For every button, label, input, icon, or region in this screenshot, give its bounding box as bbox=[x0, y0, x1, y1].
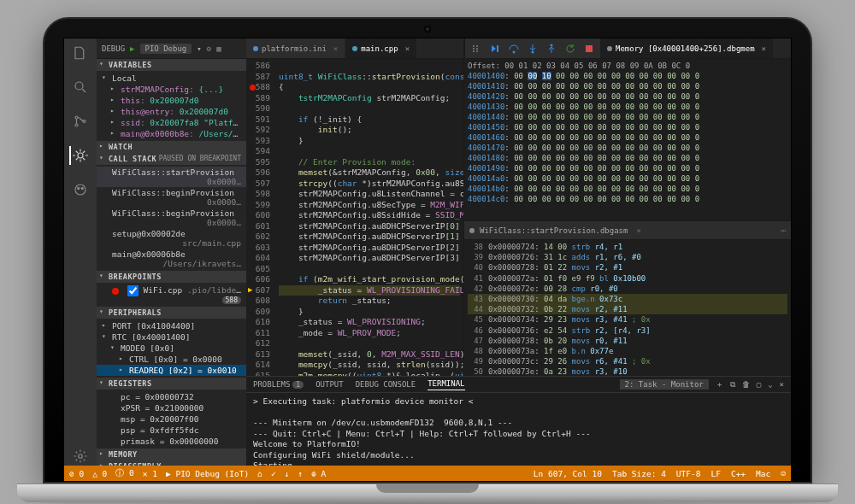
toggle-panel-button[interactable]: ⌄ bbox=[768, 380, 772, 389]
svg-point-14 bbox=[476, 50, 478, 52]
tab-terminal[interactable]: TERMINAL bbox=[428, 379, 464, 390]
section-peripherals[interactable]: PERIPHERALS bbox=[97, 307, 246, 319]
bp-checkbox[interactable] bbox=[127, 285, 139, 296]
breakpoint-row[interactable]: WiFi.cpp .pio/libdeps/WiF… 588 bbox=[97, 284, 246, 305]
statusbar-item[interactable]: C++ bbox=[731, 469, 746, 478]
more-icon[interactable]: ⋯ bbox=[781, 226, 786, 235]
svg-point-10 bbox=[473, 48, 475, 50]
svg-point-0 bbox=[75, 82, 83, 90]
register-row[interactable]: xPSR = 0x21000000 bbox=[97, 402, 246, 413]
statusbar-item[interactable]: Mac bbox=[756, 469, 770, 478]
register-row[interactable]: primask = 0x00000000 bbox=[97, 436, 246, 447]
register-row[interactable]: psp = 0xfdff5fdc bbox=[97, 425, 246, 436]
peripheral-row[interactable]: ▾MODE0 [0x0] bbox=[97, 343, 246, 354]
statusbar-item[interactable]: ✓ bbox=[271, 468, 276, 479]
split-terminal-button[interactable]: ⧉ bbox=[730, 380, 735, 390]
memory-view[interactable]: Offset: 00 01 02 03 04 05 06 07 08 09 0A… bbox=[464, 59, 791, 221]
source-editor[interactable]: 5865875885895905915925935945955965975985… bbox=[246, 59, 464, 376]
debug-config-name[interactable]: PIO Debug bbox=[140, 44, 192, 54]
panel-tabs: PROBLEMS1 OUTPUT DEBUG CONSOLE TERMINAL … bbox=[246, 376, 791, 393]
statusbar-item[interactable]: △ 0 bbox=[92, 468, 107, 479]
stop-button[interactable] bbox=[583, 43, 595, 55]
close-icon[interactable]: × bbox=[405, 44, 410, 53]
statusbar-item[interactable]: UTF-8 bbox=[676, 469, 701, 478]
kill-terminal-button[interactable]: 🗑 bbox=[742, 380, 750, 389]
stack-frame[interactable]: WiFiClass::beginProvision0x0000… bbox=[97, 187, 246, 208]
section-disassembly[interactable]: DISASSEMBLY bbox=[97, 460, 246, 466]
statusbar-item[interactable]: ⓘ 0 bbox=[115, 468, 133, 479]
statusbar-item[interactable]: ⌂ bbox=[257, 468, 262, 479]
config-caret-icon[interactable]: ▾ bbox=[197, 44, 201, 53]
code-body[interactable]: uint8_t WiFiClass::startProvision(const … bbox=[275, 59, 463, 376]
tab-Memory [0x40001400+256].dbgmem[interactable]: Memory [0x40001400+256].dbgmem× bbox=[600, 38, 774, 58]
var-row[interactable]: ▸ssid: 0x20007fa8 "PlatformIO-31… bbox=[97, 117, 246, 128]
close-icon[interactable]: × bbox=[762, 44, 766, 53]
task-select[interactable]: 2: Task - Monitor bbox=[620, 379, 709, 390]
var-row[interactable]: ▸this@entry: 0x200007d0 bbox=[97, 106, 246, 117]
svg-point-7 bbox=[81, 187, 83, 189]
drag-handle-icon[interactable] bbox=[470, 43, 482, 55]
section-variables[interactable]: VARIABLES bbox=[97, 59, 246, 71]
debug-console-icon[interactable]: ▦ bbox=[216, 44, 221, 53]
tab-platformio.ini[interactable]: platformio.ini× bbox=[246, 38, 345, 58]
statusbar-item[interactable]: ☺ bbox=[781, 469, 786, 478]
asm-tab-label[interactable]: WiFiClass::startProvision.dbgasm bbox=[480, 226, 628, 235]
svg-point-18 bbox=[551, 44, 553, 46]
close-icon[interactable]: × bbox=[333, 44, 338, 53]
peripheral-row[interactable]: ▾RTC [0x40001400] bbox=[97, 331, 246, 343]
maximize-panel-button[interactable]: ▢ bbox=[757, 380, 761, 389]
register-row[interactable]: msp = 0x20007f00 bbox=[97, 413, 246, 425]
statusbar-item[interactable]: ✕ 1 bbox=[143, 468, 157, 479]
start-debug-button[interactable]: ▶ bbox=[130, 44, 134, 53]
pio-icon[interactable] bbox=[71, 180, 90, 199]
step-over-button[interactable] bbox=[508, 43, 520, 55]
var-row[interactable]: ▸main@0x0000b8e: /Users/ikravets… bbox=[97, 128, 246, 139]
statusbar-item[interactable]: ⊘ 0 bbox=[69, 468, 84, 479]
svg-point-1 bbox=[75, 116, 78, 119]
section-breakpoints[interactable]: BREAKPOINTS bbox=[97, 271, 246, 283]
statusbar-item[interactable]: ↓ bbox=[285, 468, 290, 479]
statusbar-item[interactable]: ⊕ A bbox=[311, 468, 326, 479]
new-terminal-button[interactable]: ＋ bbox=[716, 379, 723, 390]
terminal-body[interactable]: > Executing task: platformio device moni… bbox=[246, 393, 791, 466]
section-callstack[interactable]: CALL STACK PAUSED ON BREAKPOINT bbox=[97, 153, 246, 165]
scope-local[interactable]: ▾Local bbox=[97, 73, 246, 84]
register-row[interactable]: pc = 0x00000732 bbox=[97, 391, 246, 402]
statusbar-item[interactable]: LF bbox=[711, 469, 720, 478]
files-icon[interactable] bbox=[71, 44, 90, 62]
statusbar-item[interactable]: ▶ PIO Debug (IoT) bbox=[166, 468, 249, 479]
var-row[interactable]: ▸strM2MAPConfig: {...} bbox=[97, 84, 246, 95]
tab-output[interactable]: OUTPUT bbox=[315, 380, 344, 389]
disassembly-view[interactable]: 380x00000724: 14 00 strb r4, r1 390x0000… bbox=[464, 240, 791, 376]
statusbar-item[interactable]: ↑ bbox=[298, 468, 303, 479]
stack-frame[interactable]: setup@0x00002desrc/main.cpp bbox=[97, 228, 246, 249]
section-watch[interactable]: WATCH bbox=[97, 141, 246, 153]
peripheral-row[interactable]: ▸PORT [0x41004400] bbox=[97, 320, 246, 331]
stack-frame[interactable]: main@0x00006b8e/Users/ikravets… bbox=[97, 249, 246, 269]
tab-debug-console[interactable]: DEBUG CONSOLE bbox=[356, 380, 416, 389]
section-registers[interactable]: REGISTERS bbox=[97, 378, 246, 390]
close-icon[interactable]: × bbox=[636, 226, 640, 235]
statusbar-item[interactable]: Tab Size: 4 bbox=[612, 469, 666, 478]
gear-icon[interactable] bbox=[71, 447, 90, 466]
continue-button[interactable] bbox=[489, 43, 501, 55]
statusbar-item[interactable]: Ln 607, Col 10 bbox=[534, 469, 602, 478]
stack-frame[interactable]: WiFiClass::startProvision0x0000… bbox=[97, 167, 246, 187]
tab-problems[interactable]: PROBLEMS1 bbox=[253, 380, 304, 389]
gear-icon[interactable]: ⚙ bbox=[207, 44, 211, 53]
step-out-button[interactable] bbox=[545, 43, 557, 55]
register-field[interactable]: ▸CTRL [0x0] = 0x0000 bbox=[97, 354, 246, 365]
close-panel-button[interactable]: × bbox=[780, 380, 784, 389]
register-field[interactable]: ▸READREQ [0x2] = 0x0010 bbox=[97, 365, 246, 376]
section-memory[interactable]: MEMORY bbox=[97, 448, 246, 460]
svg-point-9 bbox=[473, 45, 475, 47]
debug-icon[interactable] bbox=[69, 146, 88, 165]
step-into-button[interactable] bbox=[527, 43, 539, 55]
var-row[interactable]: ▸this: 0x200007d0 bbox=[97, 95, 246, 106]
search-icon[interactable] bbox=[71, 78, 90, 97]
restart-button[interactable] bbox=[564, 43, 576, 55]
stack-frame[interactable]: WiFiClass::beginProvision0x0000… bbox=[97, 208, 246, 228]
tab-main.cpp[interactable]: main.cpp× bbox=[345, 38, 417, 58]
scm-icon[interactable] bbox=[71, 112, 90, 131]
gutter[interactable]: 5865875885895905915925935945955965975985… bbox=[246, 59, 275, 376]
